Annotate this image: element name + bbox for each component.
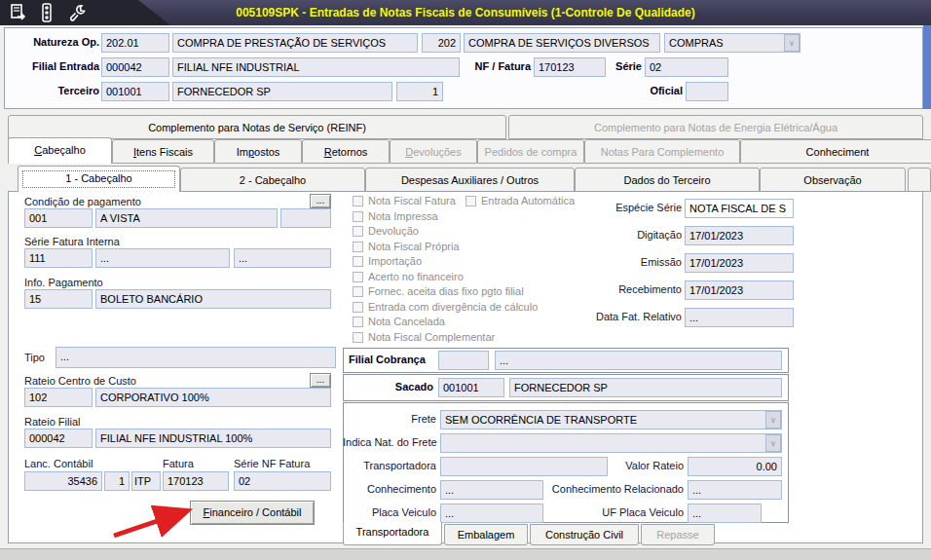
focus-rectangle <box>22 170 175 188</box>
grupo-code-field[interactable]: 202 <box>422 33 461 53</box>
filial-entrada-desc-field[interactable]: FILIAL NFE INDUSTRIAL <box>172 57 460 77</box>
rateio-centro-custo-browse-button[interactable]: ... <box>310 373 331 388</box>
info-pagamento-code-field[interactable]: 15 <box>24 289 93 309</box>
transportadora-field[interactable] <box>440 457 608 476</box>
bottom-tab-transportadora[interactable]: Transportadora <box>343 522 442 545</box>
terceiro-loja-field[interactable]: 1 <box>396 82 443 101</box>
lanc-contabil-label: Lanc. Contábil <box>24 458 93 469</box>
digitacao-field[interactable]: 17/01/2023 <box>685 226 794 245</box>
tab-conhecimento[interactable]: Conheciment <box>740 139 931 164</box>
tab-retornos[interactable]: Retornos <box>302 139 390 164</box>
recebimento-field[interactable]: 17/01/2023 <box>685 280 794 300</box>
tipo-field[interactable]: ... <box>56 347 336 368</box>
sub-tab-1-cabecalho[interactable]: 1 - Cabeçalho <box>18 166 180 192</box>
placa-veiculo-field[interactable]: ... <box>440 504 543 523</box>
placa-veiculo-label: Placa Veiculo <box>351 506 436 518</box>
lanc-contabil-seq-field[interactable]: 1 <box>104 471 130 491</box>
conhecimento-label: Conhecimento <box>351 483 436 495</box>
filial-cobranca-desc-field[interactable]: ... <box>495 351 782 370</box>
conhecimento-relacionado-field[interactable]: ... <box>688 480 782 500</box>
financeiro-contabil-button[interactable]: Financeiro / Contábil <box>190 501 315 525</box>
rateio-centro-custo-label: Rateio Centro de Custo <box>24 375 136 387</box>
info-pagamento-desc-field[interactable]: BOLETO BANCÁRIO <box>95 289 331 309</box>
valor-rateio-label: Valor Rateio <box>614 460 684 471</box>
serie-field[interactable]: 02 <box>645 57 728 77</box>
uf-placa-veiculo-field[interactable]: ... <box>688 504 762 523</box>
flag-fornec-dias-fixo-label: Fornec. aceita dias fixo pgto filial <box>368 285 524 297</box>
filial-entrada-code-field[interactable]: 000042 <box>101 57 169 77</box>
filial-cobranca-code-field[interactable] <box>438 351 489 370</box>
info-pagamento-label: Info. Pagamento <box>24 277 103 288</box>
terceiro-desc-field[interactable]: FORNECEDOR SP <box>172 82 392 101</box>
terceiro-code-field[interactable]: 001001 <box>101 82 169 101</box>
emissao-field[interactable]: 17/01/2023 <box>685 253 794 273</box>
tab-pedidos-de-compra: Pedidos de compra <box>477 139 584 164</box>
conhecimento-relacionado-label: Conhecimento Relacionado <box>540 483 684 495</box>
serie-fatura-interna-label: Série Fatura Interna <box>24 236 120 247</box>
natureza-op-label: Natureza Op. <box>12 36 99 48</box>
flag-nota-fiscal-fatura-label: Nota Fiscal Fatura <box>368 195 456 206</box>
digitacao-label: Digitação <box>565 229 682 241</box>
flag-acerto-financeiro-checkbox <box>353 272 363 282</box>
condicao-pagamento-browse-button[interactable]: ... <box>310 194 331 208</box>
frete-label: Frete <box>370 413 436 425</box>
tab-impostos[interactable]: Impostos <box>214 139 302 164</box>
serie-nf-fatura-field[interactable]: 02 <box>234 471 331 491</box>
conhecimento-field[interactable]: ... <box>440 480 543 500</box>
tab-cabecalho[interactable]: Cabeçalho <box>8 137 112 164</box>
sacado-desc-field[interactable]: FORNECEDOR SP <box>509 378 782 397</box>
recebimento-label: Recebimento <box>565 283 682 295</box>
filial-entrada-label: Filial Entrada <box>12 60 99 72</box>
indica-nat-frete-select[interactable] <box>440 433 782 453</box>
sub-tab-despesas-auxiliares[interactable]: Despesas Auxiliares / Outros <box>365 168 575 192</box>
oficial-field[interactable] <box>686 82 728 101</box>
valor-rateio-field[interactable]: 0.00 <box>688 457 782 476</box>
data-fat-relativo-field[interactable]: ... <box>685 308 794 327</box>
sub-tab-2-cabecalho[interactable]: 2 - Cabeçalho <box>180 168 365 192</box>
natureza-op-desc-field[interactable]: COMPRA DE PRESTAÇÃO DE SERVIÇOS <box>172 33 418 53</box>
condicao-pagamento-code-field[interactable]: 001 <box>24 208 93 228</box>
flag-nota-cancelada-label: Nota Cancelada <box>368 316 445 327</box>
chevron-down-icon[interactable]: ∨ <box>765 434 781 452</box>
lanc-contabil-num-field[interactable]: 35436 <box>24 471 102 491</box>
flag-entrada-automatica-label: Entrada Automática <box>481 195 575 206</box>
bottom-tab-embalagem[interactable]: Embalagem <box>444 524 528 545</box>
rateio-filial-label: Rateio Filial <box>24 416 80 428</box>
sub-tab-dados-do-terceiro[interactable]: Dados do Terceiro <box>575 168 760 192</box>
window-title: 005109SPK - Entradas de Notas Fiscais de… <box>0 6 931 19</box>
grupo-desc-field[interactable]: COMPRA DE SERVIÇOS DIVERSOS <box>464 33 660 53</box>
serie-fatura-interna-desc-field[interactable]: ... <box>95 248 230 268</box>
condicao-pagamento-desc-field[interactable]: A VISTA <box>95 208 278 228</box>
bottom-tab-construcao-civil[interactable]: Construção Civil <box>530 524 639 545</box>
tab-itens-fiscais[interactable]: Itens Fiscais <box>112 139 214 164</box>
status-bar <box>0 548 931 560</box>
frete-select[interactable]: SEM OCORRÊNCIA DE TRANSPORTE <box>440 410 782 429</box>
rateio-filial-code-field[interactable]: 000042 <box>24 429 93 448</box>
transportadora-label: Transportadora <box>351 460 436 471</box>
nf-fatura-field[interactable]: 170123 <box>534 57 606 77</box>
sub-tab-observacao[interactable]: Observação <box>760 168 906 192</box>
rateio-filial-desc-field[interactable]: FILIAL NFE INDUSTRIAL 100% <box>95 429 331 448</box>
red-annotation-arrow <box>102 497 200 543</box>
fatura-field[interactable]: 170123 <box>163 471 229 491</box>
tab-complemento-servico-reinf[interactable]: Complemento para Notas de Serviço (REINF… <box>8 115 506 139</box>
flag-nota-fiscal-fatura-checkbox <box>353 196 363 206</box>
lanc-contabil-tipo-field[interactable]: ITP <box>131 471 161 491</box>
rateio-centro-custo-desc-field[interactable]: CORPORATIVO 100% <box>95 388 331 407</box>
condicao-pagamento-extra-field[interactable] <box>280 208 331 228</box>
chevron-down-icon[interactable]: ∨ <box>784 34 800 52</box>
sub-tab-overflow-stub[interactable] <box>908 168 931 192</box>
especie-serie-field[interactable]: NOTA FISCAL DE S <box>685 199 794 218</box>
serie-fatura-interna-extra-field[interactable]: ... <box>234 248 331 268</box>
chevron-down-icon[interactable]: ∨ <box>765 411 781 429</box>
flag-acerto-financeiro-label: Acerto no financeiro <box>368 271 464 282</box>
sacado-code-field[interactable]: 001001 <box>438 378 504 397</box>
natureza-op-code-field[interactable]: 202.01 <box>101 33 169 53</box>
flag-nota-complementar-checkbox <box>353 332 363 343</box>
indica-nat-frete-label: Indica Nat. do Frete <box>343 436 436 448</box>
tab-devolucoes: Devoluções <box>390 139 477 164</box>
tipo-operacao-select[interactable]: COMPRAS <box>664 33 801 53</box>
serie-fatura-interna-code-field[interactable]: 111 <box>24 248 93 268</box>
rateio-centro-custo-code-field[interactable]: 102 <box>24 388 93 407</box>
flag-importacao-checkbox <box>353 256 363 267</box>
